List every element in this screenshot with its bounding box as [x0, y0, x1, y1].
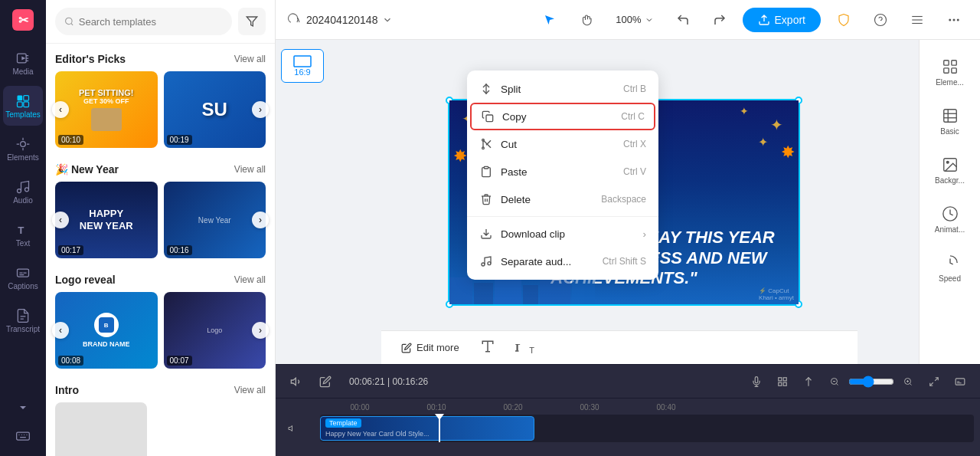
hand-tool-button[interactable]: [573, 6, 600, 34]
context-menu-item-split[interactable]: Split Ctrl B: [467, 75, 658, 103]
template-item-intro1[interactable]: [55, 402, 147, 456]
sidebar-item-transcript[interactable]: Transcript: [3, 300, 43, 340]
sidebar-item-templates[interactable]: Templates: [3, 86, 43, 126]
logo-reveal-prev[interactable]: ‹: [52, 322, 69, 339]
svg-rect-51: [779, 377, 782, 380]
context-menu-item-delete[interactable]: Delete Backspace: [467, 185, 658, 213]
help-button[interactable]: [867, 6, 894, 34]
context-menu-item-copy[interactable]: Copy Ctrl C: [470, 103, 655, 130]
zoom-in-btn[interactable]: [897, 371, 919, 392]
zoom-out-btn[interactable]: [824, 371, 845, 392]
new-year-prev[interactable]: ‹: [52, 212, 69, 228]
cursor-icon: [543, 13, 557, 27]
fullscreen-btn[interactable]: [923, 371, 945, 392]
template-duration-logo2: 00:07: [167, 356, 192, 366]
undo-button[interactable]: [669, 6, 697, 34]
fullscreen-icon: [929, 376, 939, 387]
zoom-slider-input[interactable]: [848, 376, 894, 388]
text-resize-icon-btn[interactable]: [476, 335, 499, 360]
context-menu-item-cut[interactable]: Cut Ctrl X: [467, 130, 658, 158]
context-menu-delete-shortcut: Backspace: [601, 194, 646, 205]
svg-point-18: [875, 14, 887, 25]
volume-btn[interactable]: [285, 370, 308, 393]
background-panel-icon: [942, 156, 959, 173]
edit-more-button[interactable]: Edit more: [394, 337, 467, 358]
intro-view-all[interactable]: View all: [234, 385, 266, 395]
microphone-btn[interactable]: [746, 371, 767, 392]
current-time-value: 00:06:21: [349, 376, 385, 387]
right-panel-item-animate[interactable]: Animat...: [924, 196, 976, 242]
redo-button[interactable]: [706, 6, 733, 34]
timeline-clip-template[interactable]: Template Happy New Year Card Old Style..…: [320, 416, 534, 441]
sidebar-item-elements[interactable]: Elements: [3, 129, 43, 169]
svg-rect-52: [783, 377, 786, 380]
sidebar-keyboard-btn[interactable]: [3, 422, 43, 450]
template-item-ny2[interactable]: New Year 00:16: [164, 182, 266, 258]
editors-picks-view-all[interactable]: View all: [234, 54, 266, 64]
copy-icon: [481, 110, 495, 123]
logo-reveal-next[interactable]: ›: [252, 322, 269, 339]
track-mute-btn[interactable]: [282, 418, 303, 439]
sidebar-expand-btn[interactable]: [3, 396, 43, 419]
main-editor: 202404120148 100% Export: [276, 0, 980, 456]
svg-marker-3: [21, 56, 25, 60]
search-icon: [64, 16, 74, 27]
sidebar-item-captions[interactable]: Captions: [3, 258, 43, 297]
context-menu-item-download-clip[interactable]: Download clip ›: [467, 220, 658, 248]
editors-picks-next[interactable]: ›: [252, 101, 269, 118]
help-icon: [874, 13, 887, 27]
sidebar-item-text[interactable]: T Text: [3, 215, 43, 254]
logo-reveal-view-all[interactable]: View all: [234, 274, 266, 285]
template-item-pet-sitting[interactable]: PET SITTING! GET 30% OFF 00:10: [55, 71, 158, 148]
right-panel-item-background[interactable]: Backgr...: [924, 147, 976, 193]
svg-point-10: [25, 187, 29, 191]
zoom-control[interactable]: 100%: [609, 11, 659, 28]
right-panel-animate-label: Animat...: [935, 225, 965, 234]
filter-button[interactable]: [238, 8, 266, 35]
new-year-next[interactable]: ›: [252, 212, 269, 228]
text-edit-icon-btn[interactable]: T T: [508, 335, 539, 360]
top-toolbar: 202404120148 100% Export: [276, 0, 980, 40]
context-menu-delete-label: Delete: [501, 194, 531, 205]
sidebar-item-media[interactable]: Media: [3, 43, 43, 83]
context-menu-item-paste[interactable]: Paste Ctrl V: [467, 158, 658, 185]
template-duration-ny2: 00:16: [167, 245, 192, 255]
context-menu-separate-audio-label: Separate aud...: [501, 256, 571, 267]
new-year-view-all[interactable]: View all: [234, 164, 266, 175]
context-menu-item-separate-audio[interactable]: Separate aud... Ctrl Shift S: [467, 248, 658, 275]
right-panel-item-basic[interactable]: Basic: [924, 98, 976, 144]
templates-panel: Editor's Picks View all ‹ PET SITTING! G…: [46, 0, 276, 456]
menu-button[interactable]: [903, 6, 931, 34]
logo-reveal-header: Logo reveal View all: [55, 264, 266, 292]
clip-template-badge: Template: [325, 418, 361, 428]
svg-point-9: [18, 189, 21, 192]
more-button[interactable]: [940, 6, 968, 34]
aspect-16-9[interactable]: 16:9: [281, 49, 324, 83]
context-menu-cut-label: Cut: [501, 139, 517, 150]
select-tool-button[interactable]: [536, 6, 564, 34]
context-menu-divider: [467, 216, 658, 217]
context-menu-split-shortcut: Ctrl B: [623, 84, 646, 94]
track-volume-icon: [288, 424, 297, 433]
right-panel-item-elements[interactable]: Eleme...: [924, 49, 976, 95]
search-input[interactable]: [79, 16, 223, 28]
sidebar-item-captions-label: Captions: [8, 282, 38, 290]
export-button[interactable]: Export: [743, 8, 821, 32]
sidebar-item-audio[interactable]: Audio: [3, 172, 43, 212]
template-item-ny1[interactable]: HAPPYNEW YEAR 00:17: [55, 182, 158, 258]
context-menu: Split Ctrl B Copy Ctrl C Cut: [467, 71, 658, 280]
add-clip-btn[interactable]: [772, 371, 793, 392]
search-box[interactable]: [55, 8, 232, 35]
svg-line-64: [930, 382, 933, 385]
split-clip-btn[interactable]: [798, 371, 819, 392]
template-item-logo1[interactable]: B BRAND NAME 00:08: [55, 292, 158, 369]
template-item-logo2[interactable]: Logo 00:07: [164, 292, 266, 369]
project-name[interactable]: 202404120148: [288, 13, 393, 27]
right-panel-item-speed[interactable]: Speed: [924, 245, 976, 291]
caption-btn[interactable]: [949, 371, 971, 392]
shield-button[interactable]: [830, 6, 858, 34]
template-item-su[interactable]: SU 00:19: [164, 71, 266, 148]
editors-picks-prev[interactable]: ‹: [52, 101, 69, 118]
edit-btn[interactable]: [314, 370, 337, 393]
svg-rect-54: [783, 382, 786, 385]
